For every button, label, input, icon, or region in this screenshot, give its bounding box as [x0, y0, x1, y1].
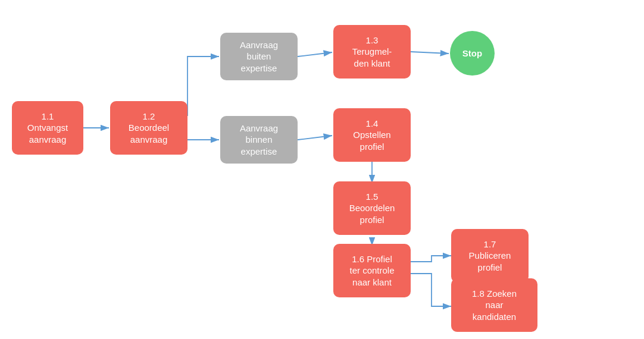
node-16: 1.6 Profiel ter controle naar klant — [333, 244, 411, 297]
node-15: 1.5 Beoordelen profiel — [333, 181, 411, 235]
arrows-svg — [0, 0, 644, 339]
node-14: 1.4 Opstellen profiel — [333, 108, 411, 162]
svg-line-2 — [298, 52, 332, 56]
node-buiten: Aanvraag buiten expertise — [220, 33, 298, 80]
node-12: 1.2 Beoordeel aanvraag — [110, 101, 187, 155]
node-stop: Stop — [450, 31, 495, 76]
node-18: 1.8 Zoeken naar kandidaten — [451, 278, 537, 332]
svg-line-4 — [411, 52, 449, 54]
node-binnen: Aanvraag binnen expertise — [220, 116, 298, 164]
node-17: 1.7 Publiceren profiel — [451, 229, 529, 282]
svg-line-3 — [298, 136, 332, 140]
node-11: 1.1 Ontvangst aanvraag — [12, 101, 83, 155]
node-13: 1.3 Terugmel- den klant — [333, 25, 411, 79]
diagram-container: 1.1 Ontvangst aanvraag 1.2 Beoordeel aan… — [0, 0, 644, 339]
